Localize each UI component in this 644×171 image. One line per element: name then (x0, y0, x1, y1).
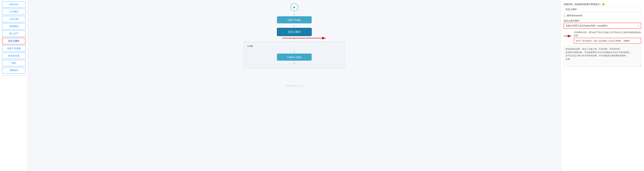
input-text-button[interactable]: 输入文字 (2, 30, 26, 37)
code-arrow-icon (564, 34, 572, 38)
collect-data-node[interactable]: Collect Data (277, 53, 312, 61)
option-name-section: 选项名称（鼠标移到笑脸可查看提示）😊： (564, 3, 641, 12)
click-element-button[interactable]: 点击元素 (2, 16, 26, 22)
watermark: songshubezi.com (286, 84, 303, 87)
custom-action-button[interactable]: 自定义操作 (2, 38, 26, 44)
help-section (564, 46, 641, 67)
play-button[interactable]: ▶ (290, 3, 298, 11)
iframe-checkbox[interactable] (564, 14, 566, 17)
arrow-1: ↓ (294, 12, 295, 15)
arrow-3: ↓ (294, 37, 295, 40)
extract-data-button[interactable]: 提取数据 (2, 23, 26, 29)
option-name-input[interactable] (564, 6, 641, 12)
code-section: 代码/脚本内容（用Field["字段名"]来输入某字段/自定义操作的最新提取/返… (564, 31, 641, 44)
flow-container: ▶ ↓ Open Page ↓ 自定义操作 ↓ (244, 3, 345, 75)
arrow-4: ↓ (294, 50, 295, 53)
option-name-label: 选项名称（鼠标移到笑脸可查看提示）😊： (564, 3, 641, 6)
custom-action-node[interactable]: 自定义操作 (277, 28, 312, 36)
loop-container: Loop ↓ Collect Data ↓ (244, 42, 345, 68)
main-canvas: ▶ ↓ Open Page ↓ 自定义操作 ↓ (28, 0, 561, 171)
loop-label: Loop (248, 44, 253, 47)
save-task-button[interactable]: 保存任务 (2, 1, 26, 8)
exec-mode-select-wrapper: 在执行环境下运行Python代码（exec操作） 在执行环境下运行JavaScr… (564, 23, 641, 29)
loop-button[interactable]: 循环 (2, 60, 26, 66)
code-input[interactable] (574, 38, 641, 44)
sidebar-divider (2, 75, 26, 76)
help-textarea[interactable] (564, 46, 641, 67)
open-page-button[interactable]: 打开网页 (2, 9, 26, 15)
iframe-checkbox-row: 操作在iframe内 (564, 14, 641, 17)
canvas-area[interactable]: ▶ ↓ Open Page ↓ 自定义操作 ↓ (28, 0, 561, 171)
move-to-element-button[interactable]: 移动到元素 (2, 53, 26, 59)
canvas-wrapper: ▶ ↓ Open Page ↓ 自定义操作 ↓ (244, 3, 345, 168)
condition-button[interactable]: 判断条件 (2, 67, 26, 73)
right-panel: 选项名称（鼠标移到笑脸可查看提示）😊： 操作在iframe内 自定义执行模式 在… (561, 0, 644, 171)
arrow-5: ↓ (294, 61, 295, 64)
open-page-node[interactable]: Open Page (277, 16, 312, 23)
exec-mode-label: 自定义执行模式 (564, 19, 641, 22)
exec-mode-select[interactable]: 在执行环境下运行Python代码（exec操作） 在执行环境下运行JavaScr… (564, 23, 641, 29)
arrow-2: ↓ (294, 24, 295, 27)
toggle-dropdown-button[interactable]: 切换下拉选项 (2, 45, 26, 52)
exec-mode-section: 自定义执行模式 在执行环境下运行Python代码（exec操作） 在执行环境下运… (564, 19, 641, 29)
iframe-label: 操作在iframe内 (567, 14, 582, 17)
code-label: 代码/脚本内容（用Field["字段名"]来输入某字段/自定义操作的最新提取/返… (574, 31, 641, 37)
sidebar: 保存任务 打开网页 点击元素 提取数据 输入文字 自定义操作 切换下拉选项 移动… (0, 0, 28, 171)
